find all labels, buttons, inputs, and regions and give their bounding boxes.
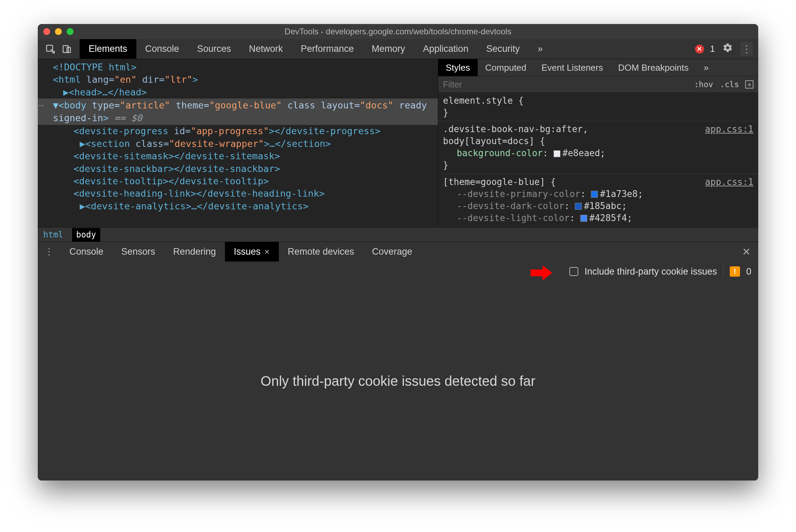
rule-source-link[interactable]: app.css:1 [705,123,753,135]
color-swatch-icon[interactable] [554,150,560,157]
dom-child-heading-link[interactable]: <devsite-heading-link></devsite-heading-… [38,187,438,200]
issues-body: Only third-party cookie issues detected … [38,281,758,481]
traffic-lights [43,28,73,35]
dom-child-analytics[interactable]: ▶<devsite-analytics>…</devsite-analytics… [38,200,438,212]
elements-panel[interactable]: <!DOCTYPE html> <html lang="en" dir="ltr… [38,59,438,227]
styles-filter-input[interactable] [443,80,691,90]
dom-child-snackbar[interactable]: <devsite-snackbar></devsite-snackbar> [38,163,438,175]
drawer-tab-rendering[interactable]: Rendering [164,242,225,262]
main-toolbar: Elements Console Sources Network Perform… [38,39,758,59]
third-party-cookie-checkbox[interactable] [569,267,578,276]
tab-network[interactable]: Network [240,39,292,59]
dom-child-section[interactable]: ▶<section class="devsite-wrapper">…</sec… [38,138,438,150]
close-tab-icon[interactable]: ✕ [264,248,270,256]
drawer-more-icon[interactable]: ⋮ [38,242,60,262]
error-count: 1 [710,44,715,54]
styles-tab-event-listeners[interactable]: Event Listeners [534,59,611,76]
style-rule-body-layout[interactable]: app.css:1 .devsite-book-nav-bg:after, bo… [438,121,758,174]
titlebar: DevTools - developers.google.com/web/too… [38,24,758,39]
drawer-tab-remote-devices[interactable]: Remote devices [279,242,363,262]
styles-tabs: Styles Computed Event Listeners DOM Brea… [438,59,758,76]
tabs-overflow-icon[interactable]: » [528,39,551,59]
annotation-arrow-icon [529,264,553,281]
drawer-close-icon[interactable]: ✕ [735,242,758,262]
maximize-window-icon[interactable] [67,28,73,35]
error-badge-icon[interactable]: ✕ [695,45,704,54]
dom-child-progress[interactable]: <devsite-progress id="app-progress"></de… [38,125,438,137]
color-swatch-icon[interactable] [580,215,587,222]
styles-tab-styles[interactable]: Styles [438,59,478,76]
svg-rect-1 [63,46,68,53]
tab-memory[interactable]: Memory [363,39,414,59]
tab-security[interactable]: Security [477,39,529,59]
drawer-tab-sensors[interactable]: Sensors [112,242,164,262]
dom-html-tag[interactable]: <html lang="en" dir="ltr"> [38,73,438,86]
devtools-window: DevTools - developers.google.com/web/too… [38,24,758,481]
rule-source-link[interactable]: app.css:1 [705,176,753,188]
more-menu-icon[interactable]: ⋮ [740,42,753,56]
dom-child-sitemask[interactable]: <devsite-sitemask></devsite-sitemask> [38,150,438,162]
drawer-tab-issues[interactable]: Issues✕ [225,242,279,262]
main-tabs: Elements Console Sources Network Perform… [80,39,551,59]
window-title: DevTools - developers.google.com/web/too… [38,27,758,36]
issues-toolbar: Include third-party cookie issues ! 0 [38,262,758,281]
dom-doctype: <!DOCTYPE html> [53,62,137,72]
issues-warning-icon[interactable]: ! [730,266,740,277]
third-party-cookie-label: Include third-party cookie issues [584,266,717,277]
style-rule-theme-google-blue[interactable]: app.css:1 [theme=google-blue] { --devsit… [438,174,758,226]
tab-sources[interactable]: Sources [188,39,240,59]
style-rule-element-style[interactable]: element.style { } [438,93,758,121]
cls-toggle[interactable]: .cls [717,80,742,89]
tab-console[interactable]: Console [136,39,188,59]
styles-tabs-overflow-icon[interactable]: » [696,59,716,76]
settings-gear-icon[interactable] [721,41,734,57]
tab-elements[interactable]: Elements [80,39,136,59]
color-swatch-icon[interactable] [575,203,582,210]
issues-message: Only third-party cookie issues detected … [261,373,535,389]
main-split: <!DOCTYPE html> <html lang="en" dir="ltr… [38,59,758,227]
styles-filter-bar: :hov .cls + [438,76,758,93]
styles-tab-computed[interactable]: Computed [478,59,534,76]
styles-body[interactable]: element.style { } app.css:1 .devsite-boo… [438,93,758,227]
tab-performance[interactable]: Performance [292,39,363,59]
device-toolbar-icon[interactable] [62,44,72,54]
dom-body-tag-selected[interactable]: ⋯ ▼<body type="article" theme="google-bl… [38,99,438,125]
dom-child-tooltip[interactable]: <devsite-tooltip></devsite-tooltip> [38,175,438,187]
dom-breadcrumb: html body [38,227,758,242]
drawer-tabs: ⋮ Console Sensors Rendering Issues✕ Remo… [38,242,758,262]
color-swatch-icon[interactable] [591,191,598,198]
hov-toggle[interactable]: :hov [691,80,716,89]
close-window-icon[interactable] [43,28,50,35]
styles-panel: Styles Computed Event Listeners DOM Brea… [438,59,758,227]
inspect-element-icon[interactable] [45,44,56,54]
issues-count: 0 [746,266,751,277]
drawer-tab-console[interactable]: Console [60,242,112,262]
tab-application[interactable]: Application [414,39,477,59]
styles-tab-dom-breakpoints[interactable]: DOM Breakpoints [611,59,696,76]
divider [723,266,724,277]
breadcrumb-html[interactable]: html [43,230,63,240]
dom-head-tag[interactable]: ▶<head>…</head> [38,86,438,99]
minimize-window-icon[interactable] [55,28,62,35]
breadcrumb-body[interactable]: body [72,228,100,242]
new-style-rule-icon[interactable]: + [745,80,753,89]
drawer-tab-coverage[interactable]: Coverage [363,242,421,262]
